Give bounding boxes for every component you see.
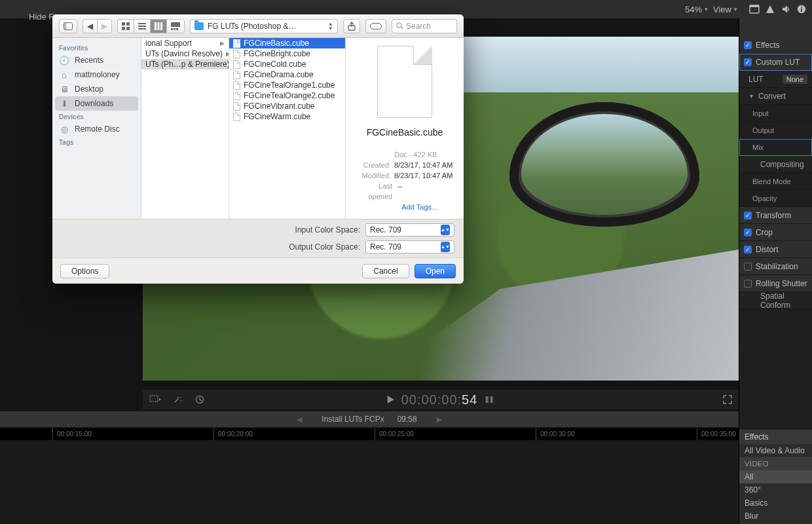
enhance-tool-icon[interactable]	[173, 395, 183, 404]
convert-input-row[interactable]: Input	[739, 105, 812, 122]
input-color-space-select[interactable]: Rec. 709 ▲▼	[365, 223, 454, 236]
effects-section[interactable]: ✓ Effects	[739, 37, 812, 54]
fx-item-all[interactable]: All	[739, 470, 812, 483]
file-item[interactable]: FGCineTealOrange2.cube	[229, 90, 345, 101]
finder-column-1: ional Support▶ UTs (Davinci Resolve)▶ UT…	[141, 38, 229, 219]
disclosure-triangle-icon[interactable]: ▼	[748, 93, 754, 100]
updown-icon: ▲▼	[441, 225, 450, 235]
fx-item-all-video-audio[interactable]: All Video & Audio	[739, 444, 812, 457]
list-view-button[interactable]	[134, 19, 151, 33]
crop-section[interactable]: ✓ Crop	[739, 224, 812, 241]
checkbox-icon[interactable]: ✓	[744, 212, 752, 219]
audio-inspector-icon[interactable]	[781, 4, 791, 14]
transform-tool-icon[interactable]	[149, 395, 161, 404]
lut-value-dropdown[interactable]: None	[783, 75, 807, 84]
file-item[interactable]: FGCineCold.cube	[229, 59, 345, 69]
checkbox-icon[interactable]	[744, 280, 752, 288]
add-tags-link[interactable]: Add Tags…	[401, 203, 439, 211]
column-item[interactable]: ional Support▶	[141, 38, 229, 48]
finder-open-dialog: ◀ ▶ FG LUTs (Photoshop &… ▲▼ Search Favo…	[52, 14, 464, 284]
sidebar-home[interactable]: ⌂mattmoloney	[52, 67, 141, 82]
file-item[interactable]: FGCineDrama.cube	[229, 69, 345, 80]
open-button[interactable]: Open	[415, 264, 456, 278]
svg-rect-20	[155, 22, 157, 30]
downloads-icon: ⬇	[59, 99, 69, 109]
section-label: Effects	[756, 41, 779, 50]
file-item[interactable]: FGCineWarm.cube	[229, 111, 345, 122]
icon-view-button[interactable]	[117, 19, 134, 33]
checkbox-icon[interactable]	[744, 263, 752, 271]
column-view-button[interactable]	[150, 19, 167, 33]
timeline[interactable]	[0, 440, 739, 524]
ruler-tick: 00:00:15:00	[52, 428, 92, 440]
next-clip-icon[interactable]: ▶	[430, 415, 449, 424]
timeline-ruler[interactable]: 00:00:15:00 00:00:20:00 00:00:25:00 00:0…	[0, 428, 739, 440]
opacity-row[interactable]: Opacity	[739, 190, 812, 207]
gallery-view-button[interactable]	[166, 19, 185, 33]
share-button[interactable]	[343, 19, 360, 33]
loop-playback-icon[interactable]	[484, 395, 494, 404]
info-inspector-icon[interactable]	[796, 4, 807, 14]
svg-rect-22	[160, 22, 162, 30]
zoom-value: 54%	[685, 5, 702, 14]
file-icon	[233, 71, 240, 79]
convert-output-row[interactable]: Output	[739, 122, 812, 139]
back-button[interactable]: ◀	[83, 19, 98, 33]
checkbox-icon[interactable]: ✓	[744, 229, 752, 236]
updown-icon: ▲▼	[328, 22, 333, 31]
inspector-header	[739, 18, 812, 37]
view-dropdown[interactable]: View ▾	[713, 5, 737, 14]
column-item[interactable]: UTs (Ph…p & Premiere)▶	[141, 59, 229, 69]
convert-mix-row[interactable]: Mix	[739, 139, 812, 156]
ruler-tick: 00:00:25:00	[375, 428, 414, 440]
sidebar-recents[interactable]: 🕘Recents	[52, 53, 141, 67]
color-inspector-icon[interactable]	[765, 4, 775, 14]
prev-clip-icon[interactable]: ◀	[290, 415, 308, 424]
lut-row[interactable]: LUT None	[739, 71, 812, 88]
column-item[interactable]: UTs (Davinci Resolve)▶	[141, 48, 229, 59]
file-item[interactable]: FGCineVibrant.cube	[229, 101, 345, 111]
play-icon[interactable]	[387, 395, 395, 404]
options-button[interactable]: Options	[60, 264, 109, 278]
path-dropdown[interactable]: FG LUTs (Photoshop &… ▲▼	[190, 19, 338, 33]
rolling-shutter-section[interactable]: Rolling Shutter	[739, 275, 812, 292]
output-color-space-label: Output Color Space:	[289, 242, 360, 252]
fx-item-360[interactable]: 360°	[739, 483, 812, 496]
sidebar-remote-disc[interactable]: ◎Remote Disc	[52, 122, 141, 136]
cancel-button[interactable]: Cancel	[362, 264, 409, 278]
transform-section[interactable]: ✓ Transform	[739, 207, 812, 224]
convert-row[interactable]: ▼ Convert	[739, 88, 812, 105]
hide-rejected-label[interactable]: Hide R	[29, 0, 55, 34]
output-color-space-select[interactable]: Rec. 709 ▲▼	[365, 240, 454, 253]
file-item[interactable]: FGCineBright.cube	[229, 48, 345, 59]
checkbox-icon[interactable]: ✓	[744, 246, 752, 253]
file-item[interactable]: FGCineTealOrange1.cube	[229, 80, 345, 90]
sidebar-desktop[interactable]: 🖥Desktop	[52, 82, 141, 96]
zoom-dropdown[interactable]: 54% ▾	[685, 5, 708, 14]
file-item[interactable]: FGCineBasic.cube	[229, 38, 345, 48]
fullscreen-icon[interactable]	[723, 395, 732, 404]
finder-body: Favorites 🕘Recents ⌂mattmoloney 🖥Desktop…	[52, 38, 464, 219]
fx-item-basics[interactable]: Basics	[739, 496, 812, 510]
file-icon	[233, 81, 240, 90]
blend-mode-row[interactable]: Blend Mode	[739, 173, 812, 190]
compositing-row[interactable]: Compositing	[739, 156, 812, 173]
inspector-tab-icons	[749, 4, 807, 14]
toggle-sidebar-button[interactable]	[59, 19, 77, 33]
retime-tool-icon[interactable]	[195, 395, 206, 404]
checkbox-icon[interactable]: ✓	[744, 58, 752, 66]
custom-lut-section[interactable]: ✓ Custom LUT	[739, 54, 812, 71]
spatial-conform-row[interactable]: Spatial Conform	[739, 292, 812, 309]
sidebar-group-devices: Devices	[52, 111, 141, 122]
checkbox-icon[interactable]: ✓	[744, 41, 752, 49]
timecode-display[interactable]: 00:00:00:54	[401, 392, 478, 407]
stabilization-section[interactable]: Stabilization	[739, 258, 812, 275]
video-inspector-icon[interactable]	[749, 4, 760, 14]
ruler-tick: 00:00:30:00	[536, 428, 575, 440]
search-input[interactable]: Search	[392, 19, 457, 33]
tags-button[interactable]	[365, 19, 386, 33]
distort-section[interactable]: ✓ Distort	[739, 241, 812, 258]
forward-button[interactable]: ▶	[97, 19, 112, 33]
sidebar-downloads[interactable]: ⬇Downloads	[55, 96, 138, 111]
fx-item-blur[interactable]: Blur	[739, 510, 812, 523]
